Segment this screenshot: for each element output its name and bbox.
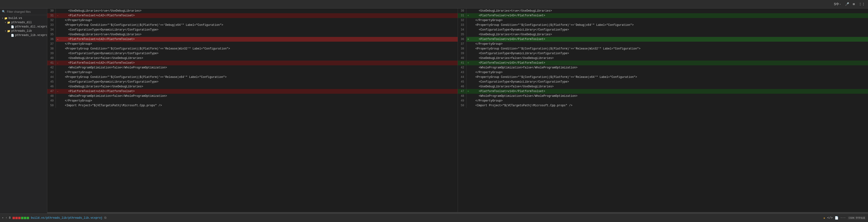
line-content: <UseDebugLibraries>false</UseDebugLibrar… — [470, 84, 868, 89]
top-bar: S中· 🎤 ⊞ ⋮⋮ — [0, 0, 868, 8]
chevron-down-icon[interactable]: ▾ — [2, 216, 4, 220]
line-number: 49 — [47, 99, 56, 103]
line-marker — [466, 46, 470, 51]
top-bar-icons: S中· 🎤 ⊞ ⋮⋮ — [833, 2, 866, 7]
folder-icon: 📁 — [4, 17, 7, 20]
diff-line: 33 <PropertyGroup Condition="'$(Configur… — [458, 23, 868, 27]
line-content: <PlatformToolset>v143</PlatformToolset> — [470, 13, 868, 18]
line-number: 45 — [458, 80, 466, 84]
commit-square — [16, 217, 18, 219]
line-number: 43 — [47, 70, 56, 75]
line-number: 47 — [458, 89, 466, 94]
commit-path[interactable]: build.vs/pthreads_lib/pthreads_lib.vcxpr… — [31, 216, 102, 220]
line-marker — [466, 27, 470, 32]
line-marker — [466, 51, 470, 56]
line-number: 50 — [458, 103, 466, 108]
tree-label: pthreads_lib.vcxproj — [15, 34, 47, 37]
line-content: <UseDebugLibraries>false</UseDebugLibrar… — [470, 56, 868, 61]
line-content: <ConfigurationType>DynamicLibrary</Confi… — [470, 80, 868, 84]
commit-square — [27, 217, 29, 219]
line-number: 42 — [47, 65, 56, 70]
diff-line: 47+ <PlatformToolset>v143</PlatformTools… — [458, 89, 868, 94]
line-number: 44 — [47, 75, 56, 80]
grid-icon[interactable]: ⊞ — [852, 2, 856, 7]
line-content: <ConfigurationType>DynamicLibrary</Confi… — [60, 51, 458, 56]
diff-panel-right[interactable]: 30 <UseDebugLibraries>true</UseDebugLibr… — [458, 8, 868, 212]
line-number: 39 — [47, 51, 56, 56]
diff-panels: 30 <UseDebugLibraries>true</UseDebugLibr… — [47, 8, 868, 212]
line-content: <UseDebugLibraries>false</UseDebugLibrar… — [60, 84, 458, 89]
code-icon[interactable]: </> — [827, 216, 833, 220]
line-number: 36 — [47, 37, 56, 41]
sidebar-item-pthreads-dll-vcxproj[interactable]: ▾ 📄 pthreads_dll.vcxproj ! — [0, 25, 47, 29]
line-marker — [466, 70, 470, 75]
line-marker: – — [56, 61, 60, 65]
bottom-bar: ▾ ↑ 8 build.vs/pthreads_lib/pthreads_lib… — [0, 214, 868, 222]
diff-line: 37 </PropertyGroup> — [458, 41, 868, 46]
line-number: 43 — [458, 70, 466, 75]
copy-icon[interactable]: ⧉ — [104, 216, 106, 220]
line-number: 41 — [47, 61, 56, 65]
line-content: <ConfigurationType>DynamicLibrary</Confi… — [60, 80, 458, 84]
commit-square — [24, 217, 26, 219]
more-icon[interactable]: ··· — [840, 216, 846, 220]
line-content: <Import Project="$(VCTargetsPath)\Micros… — [470, 103, 868, 108]
diff-line: 48 <WholeProgramOptimization>false</Whol… — [458, 94, 868, 99]
diff-line: 39 <ConfigurationType>DynamicLibrary</Co… — [458, 51, 868, 56]
line-content: <WholeProgramOptimization>false</WholePr… — [60, 94, 458, 99]
diff-line: 50 <Import Project="$(VCTargetsPath)\Mic… — [47, 103, 458, 108]
line-marker — [56, 27, 60, 32]
diff-line: 44 <PropertyGroup Condition="'$(Configur… — [458, 75, 868, 80]
sidebar-item-pthreads-lib-vcxproj[interactable]: ▾ 📄 pthreads_lib.vcxproj ! — [0, 33, 47, 37]
tree-label: pthreads_dll — [11, 21, 32, 24]
line-marker — [56, 18, 60, 23]
star-icon[interactable]: ★ — [823, 216, 825, 220]
line-marker — [56, 99, 60, 103]
file-icon: 📄 — [11, 25, 14, 28]
line-number: 48 — [47, 94, 56, 99]
line-content: </PropertyGroup> — [60, 41, 458, 46]
line-number: 31 — [458, 13, 466, 18]
line-marker — [56, 70, 60, 75]
diff-line: 37 </PropertyGroup> — [47, 41, 458, 46]
sidebar-item-pthreads-dll[interactable]: ▾ 📁 pthreads_dll — [0, 20, 47, 25]
line-marker — [56, 51, 60, 56]
diff-line: 32 </PropertyGroup> — [458, 18, 868, 23]
line-marker — [56, 8, 60, 13]
file-icon[interactable]: 📄 — [835, 216, 838, 220]
line-marker: – — [56, 37, 60, 41]
arrow-icon: ▾ — [5, 30, 6, 32]
line-content: <UseDebugLibraries>true</UseDebugLibrari… — [470, 8, 868, 13]
line-content: </PropertyGroup> — [60, 18, 458, 23]
diff-line: 31– <PlatformToolset>v142</PlatformTools… — [47, 13, 458, 18]
diff-panel-left[interactable]: 30 <UseDebugLibraries>true</UseDebugLibr… — [47, 8, 458, 212]
line-marker — [466, 94, 470, 99]
line-number: 37 — [458, 41, 466, 46]
diff-line: 36– <PlatformToolset>v142</PlatformTools… — [47, 37, 458, 41]
line-marker — [56, 94, 60, 99]
sidebar-item-build-vs[interactable]: ▾ 📁 build.vs — [0, 16, 47, 20]
line-marker — [466, 18, 470, 23]
line-marker — [466, 65, 470, 70]
line-content: <UseDebugLibraries>false</UseDebugLibrar… — [60, 56, 458, 61]
line-marker — [56, 41, 60, 46]
line-marker — [466, 8, 470, 13]
commit-count: ↑ 8 — [5, 216, 11, 220]
line-marker — [466, 84, 470, 89]
menu-icon[interactable]: ⋮⋮ — [858, 2, 866, 7]
arrow-icon: ▾ — [5, 21, 6, 24]
diff-line: 38 <PropertyGroup Condition="'$(Configur… — [458, 46, 868, 51]
sidebar-search: 🔍 — [0, 8, 47, 15]
translate-icon[interactable]: S中· — [833, 2, 842, 7]
diff-line: 40 <UseDebugLibraries>false</UseDebugLib… — [47, 56, 458, 61]
line-marker: + — [466, 89, 470, 94]
folder-icon: 📁 — [7, 21, 10, 24]
commit-square — [12, 217, 15, 219]
line-marker — [56, 23, 60, 27]
sidebar-item-pthreads-lib[interactable]: ▾ 📁 pthreads_lib — [0, 29, 47, 33]
mic-icon[interactable]: 🎤 — [844, 2, 850, 7]
line-content: <Import Project="$(VCTargetsPath)\Micros… — [60, 103, 458, 108]
line-number: 44 — [458, 75, 466, 80]
line-number: 34 — [458, 27, 466, 32]
filter-input[interactable] — [7, 10, 45, 13]
